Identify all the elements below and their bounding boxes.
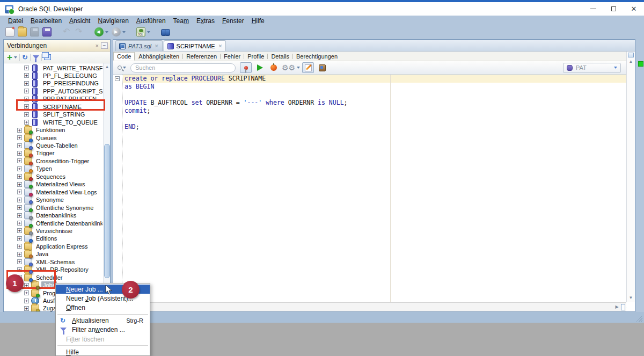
tree-item-sequences[interactable]: +Sequences — [4, 172, 67, 180]
dropdown-arrow-icon[interactable] — [122, 31, 126, 33]
expand-icon[interactable]: + — [24, 306, 29, 311]
tree-item--ffentliche-synonyme[interactable]: +Öffentliche Synonyme — [4, 204, 95, 212]
tab-close-icon[interactable]: ✕ — [218, 43, 223, 49]
expand-icon[interactable]: + — [17, 128, 22, 133]
connection-selector[interactable]: PAT — [563, 63, 621, 73]
expand-icon[interactable]: + — [17, 236, 22, 241]
expand-icon[interactable]: + — [24, 112, 29, 117]
tree-item-ppp-autoskript-stunde[interactable]: +PPP_AUTOSKRIPT_STUNDE — [4, 87, 103, 95]
subtab-abhängigkeiten[interactable]: Abhängigkeiten — [135, 52, 182, 61]
scroll-up-icon[interactable]: ▲ — [628, 59, 634, 64]
menu-ansicht[interactable]: Ansicht — [65, 16, 94, 26]
expand-icon[interactable]: + — [17, 205, 22, 210]
add-connection-dropdown-icon[interactable] — [14, 56, 17, 59]
expand-icon[interactable]: + — [24, 89, 29, 93]
scroll-down-icon[interactable]: ▼ — [628, 295, 634, 301]
editor-horizontal-scrollbar[interactable]: ▶ — [113, 302, 626, 311]
menu-hilfe[interactable]: Hilfe — [248, 16, 268, 26]
tree-item-pp-fl-belegung[interactable]: +PP_FL_BELEGUNG — [4, 71, 99, 79]
context-menu-item-aktualisieren[interactable]: ↻AktualisierenStrg-R — [56, 316, 150, 325]
maximize-button[interactable] — [603, 2, 624, 16]
expand-icon[interactable]: + — [17, 259, 22, 264]
tree-scrollbar-thumb[interactable] — [104, 144, 110, 278]
debug-button[interactable] — [268, 62, 280, 73]
expand-icon[interactable]: + — [17, 252, 22, 257]
tree-item-pat-write-transfer[interactable]: +PAT_WRITE_TRANSFER — [4, 64, 103, 72]
minimize-button[interactable] — [583, 2, 603, 16]
tree-item-editions[interactable]: +Editions — [4, 235, 58, 243]
subtab-berechtigungen[interactable]: Berechtigungen — [293, 52, 341, 61]
tree-item-queues[interactable]: +Queues — [4, 134, 58, 142]
horizontal-scrollbar-thumb[interactable] — [621, 304, 625, 310]
run-button[interactable] — [254, 62, 266, 73]
expand-icon[interactable]: + — [17, 158, 22, 163]
back-button[interactable] — [93, 27, 109, 38]
expand-icon[interactable]: + — [17, 221, 22, 226]
edit-button[interactable] — [302, 62, 314, 73]
expand-icon[interactable]: + — [17, 190, 22, 194]
panel-minimize-icon[interactable]: − — [101, 42, 108, 49]
panel-close-icon[interactable]: × — [93, 42, 101, 49]
pin-button[interactable] — [240, 62, 252, 73]
menu-fenster[interactable]: Fenster — [218, 16, 248, 26]
tree-item-pp-preisfindung[interactable]: +PP_PREISFINDUNG — [4, 79, 100, 88]
find-db-object-button[interactable] — [160, 27, 171, 38]
context-menu-item-filter-anwenden[interactable]: Filter anwenden ... — [56, 325, 150, 335]
menu-extras[interactable]: Extras — [193, 16, 218, 26]
dropdown-arrow-icon[interactable] — [105, 31, 108, 33]
open-folder-button[interactable] — [17, 27, 28, 38]
tree-item-split-string[interactable]: +SPLIT_STRING — [4, 111, 86, 119]
tree-item-crossedition-trigger[interactable]: +Crossedition-Trigger — [4, 157, 91, 165]
subtab-code[interactable]: Code — [113, 52, 135, 61]
context-menu-item-hilfe[interactable]: Hilfe — [56, 347, 150, 356]
expand-icon[interactable]: + — [17, 182, 22, 187]
expand-icon[interactable]: + — [24, 299, 29, 303]
expand-icon[interactable]: + — [24, 73, 29, 78]
compile-button[interactable]: ⚙⚙ — [282, 62, 300, 73]
dropdown-arrow-icon[interactable] — [147, 31, 150, 33]
menu-bearbeiten[interactable]: Bearbeiten — [27, 16, 65, 26]
subtab-fehler[interactable]: Fehler — [221, 52, 244, 61]
scroll-up-icon[interactable]: ▲ — [104, 64, 110, 70]
expand-icon[interactable]: + — [17, 143, 22, 148]
tree-item--ffentliche-datenbanklinks[interactable]: +Öffentliche Datenbanklinks — [4, 219, 103, 227]
menu-ausfhren[interactable]: Ausführen — [133, 16, 170, 26]
tree-item-funktionen[interactable]: +Funktionen — [4, 126, 67, 134]
tree-item-write-to-queue[interactable]: +WRITE_TO_QUEUE — [4, 118, 99, 126]
subtab-profile[interactable]: Profile — [244, 52, 267, 61]
tree-item-java[interactable]: +Java — [4, 250, 50, 258]
code-editor[interactable]: − create or replace PROCEDURE SCRIPTNAME… — [113, 75, 626, 302]
menu-navigieren[interactable]: Navigieren — [94, 16, 132, 26]
forward-button[interactable] — [111, 27, 127, 38]
expand-icon[interactable]: + — [24, 290, 29, 295]
tree-item-materialized-view-logs[interactable]: +Materialized View-Logs — [4, 188, 99, 196]
tab-close-icon[interactable]: ✕ — [155, 43, 159, 49]
resize-grip[interactable] — [636, 315, 642, 322]
context-menu-item-öffnen[interactable]: Öffnen — [56, 303, 150, 312]
menu-datei[interactable]: Datei — [4, 16, 27, 26]
tree-item-datenbanklinks[interactable]: +Datenbanklinks — [4, 212, 78, 220]
tree-item-verzeichnisse[interactable]: +Verzeichnisse — [4, 227, 74, 235]
tree-item-zugan[interactable]: +Zugan — [4, 304, 61, 311]
profile-button[interactable] — [316, 62, 328, 73]
collapse-all-button[interactable] — [44, 54, 51, 60]
editor-tab-pat3-sql[interactable]: PAT3.sql✕ — [115, 40, 163, 51]
save-all-button[interactable] — [41, 27, 53, 38]
vertical-scrollbar-thumb[interactable] — [628, 53, 634, 57]
expand-icon[interactable]: + — [24, 66, 29, 70]
close-button[interactable]: ✕ — [624, 2, 644, 16]
editor-tab-scriptname[interactable]: SCRIPTNAME✕ — [164, 40, 226, 51]
tree-item-materialized-views[interactable]: +Materialized Views — [4, 180, 87, 188]
tree-item-typen[interactable]: +Typen — [4, 165, 54, 173]
expand-icon[interactable]: + — [17, 213, 22, 218]
expand-icon[interactable]: + — [17, 244, 22, 249]
expand-icon[interactable]: + — [24, 120, 29, 125]
expand-icon[interactable]: + — [17, 166, 22, 171]
menu-team[interactable]: Team — [170, 16, 193, 26]
expand-icon[interactable]: + — [24, 81, 29, 86]
tree-item-synonyme[interactable]: +Synonyme — [4, 196, 65, 204]
new-file-button[interactable] — [4, 27, 16, 38]
filter-button[interactable] — [33, 55, 39, 59]
tree-item-trigger[interactable]: +Trigger — [4, 149, 56, 157]
search-options-dropdown-icon[interactable] — [123, 67, 126, 69]
